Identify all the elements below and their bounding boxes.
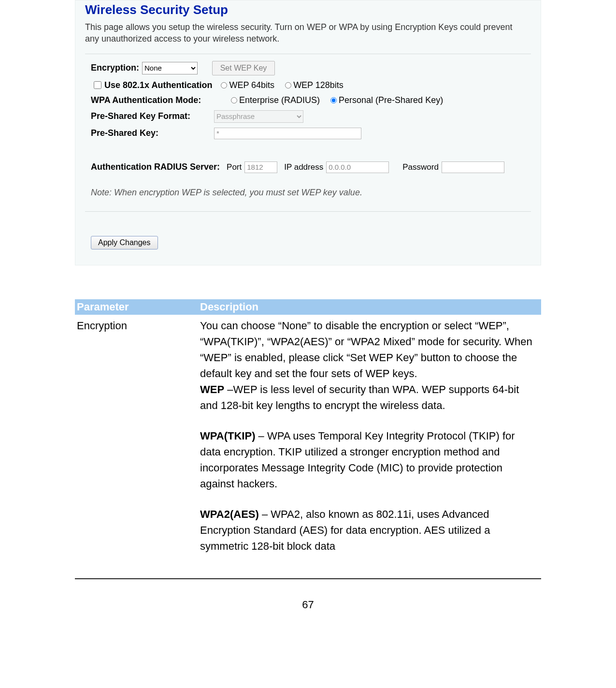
cell-description: You can choose “None” to disable the enc… [200, 318, 541, 554]
psk-input[interactable] [214, 128, 361, 139]
page-number: 67 [0, 599, 616, 611]
personal-radio[interactable] [330, 97, 337, 103]
wpa-auth-label: WPA Authentication Mode: [91, 95, 231, 105]
divider [85, 54, 531, 54]
password-input[interactable] [442, 161, 504, 173]
personal-label: Personal (Pre-Shared Key) [339, 95, 443, 105]
panel-intro: This page allows you setup the wireless … [82, 21, 534, 45]
encryption-label: Encryption: [91, 63, 139, 73]
enterprise-label: Enterprise (RADIUS) [239, 95, 320, 105]
divider-2 [85, 211, 531, 212]
use-8021x-label: Use 802.1x Authentication [104, 80, 212, 90]
wpa2-aes-bold: WPA2(AES) [200, 508, 259, 520]
set-wep-key-button[interactable]: Set WEP Key [212, 61, 275, 75]
wep64-option[interactable]: WEP 64bits [221, 80, 274, 90]
table-row: Encryption You can choose “None” to disa… [75, 318, 541, 554]
encryption-select[interactable]: None [142, 62, 198, 74]
table-header-row: Parameter Description [75, 299, 541, 315]
header-parameter: Parameter [75, 301, 200, 313]
port-input[interactable] [244, 161, 277, 173]
header-description: Description [200, 301, 541, 313]
personal-option[interactable]: Personal (Pre-Shared Key) [330, 95, 443, 105]
wep64-radio[interactable] [221, 82, 227, 88]
psk-label: Pre-Shared Key: [91, 128, 214, 138]
cell-parameter: Encryption [75, 318, 200, 554]
wep64-label: WEP 64bits [229, 80, 274, 90]
ip-address-input[interactable] [326, 161, 389, 173]
port-label: Port [227, 162, 242, 172]
apply-changes-button[interactable]: Apply Changes [91, 236, 158, 249]
wep-note: Note: When encryption WEP is selected, y… [91, 188, 534, 198]
ip-address-label: IP address [284, 162, 323, 172]
wep128-label: WEP 128bits [293, 80, 344, 90]
panel-title: Wireless Security Setup [82, 0, 534, 21]
parameter-table: Parameter Description Encryption You can… [75, 299, 541, 554]
enterprise-radio[interactable] [231, 97, 237, 103]
footer-divider [75, 578, 541, 579]
psk-format-select[interactable]: Passphrase [214, 110, 303, 123]
use-8021x-checkbox[interactable] [94, 81, 101, 89]
desc-main-text: You can choose “None” to disable the enc… [200, 320, 532, 380]
wireless-security-panel: Wireless Security Setup This page allows… [75, 0, 541, 265]
wep128-option[interactable]: WEP 128bits [285, 80, 344, 90]
wep-bold: WEP [200, 383, 224, 395]
radius-server-label: Authentication RADIUS Server: [91, 162, 220, 172]
enterprise-option[interactable]: Enterprise (RADIUS) [231, 95, 320, 105]
wpa-tkip-bold: WPA(TKIP) [200, 430, 255, 442]
wep-text: –WEP is less level of security than WPA.… [200, 383, 519, 411]
psk-format-label: Pre-Shared Key Format: [91, 111, 214, 121]
wep128-radio[interactable] [285, 82, 291, 88]
password-label: Password [402, 162, 439, 172]
